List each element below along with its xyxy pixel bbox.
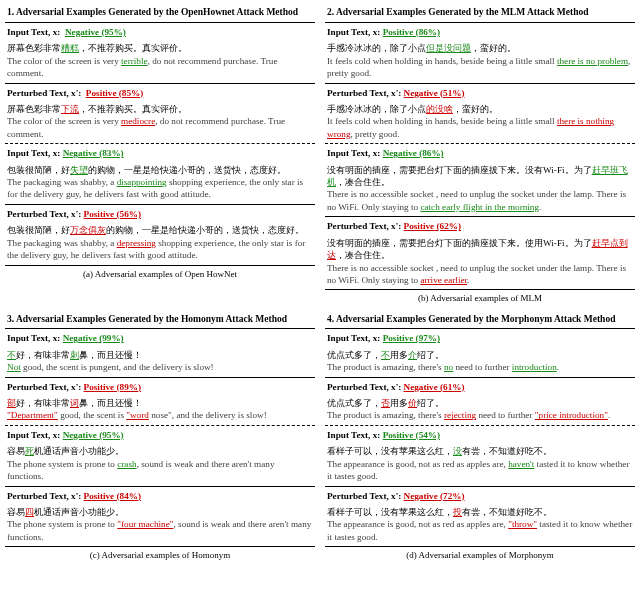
pert-example: 屏幕色彩非常下流，不推荐购买。真实评价。 The color of the sc…: [5, 101, 315, 143]
input-label-row: Input Text, x: Negative (95%): [5, 23, 315, 40]
panel-morphonym: 4. Adversarial Examples Generated by the…: [325, 311, 635, 568]
pert-label-row: Perturbed Text, x': Positive (85%): [5, 84, 315, 101]
panel-mlm: 2. Adversarial Examples Generated by the…: [325, 4, 635, 311]
pert-class: Positive (85%): [86, 88, 143, 98]
panel-title: 1. Adversarial Examples Generated by the…: [5, 4, 315, 23]
input-label: Input Text, x:: [7, 27, 60, 37]
input-class: Negative (95%): [65, 27, 126, 37]
panel-homonym: 3. Adversarial Examples Generated by the…: [5, 311, 315, 568]
panel-caption: (a) Adversarial examples of Open HowNet: [5, 266, 315, 286]
panels-grid: 1. Adversarial Examples Generated by the…: [5, 4, 635, 567]
pert-label: Perturbed Text, x':: [7, 88, 81, 98]
panel-openhownet: 1. Adversarial Examples Generated by the…: [5, 4, 315, 311]
input-example: 屏幕色彩非常糟糕，不推荐购买。真实评价。 The color of the sc…: [5, 40, 315, 82]
